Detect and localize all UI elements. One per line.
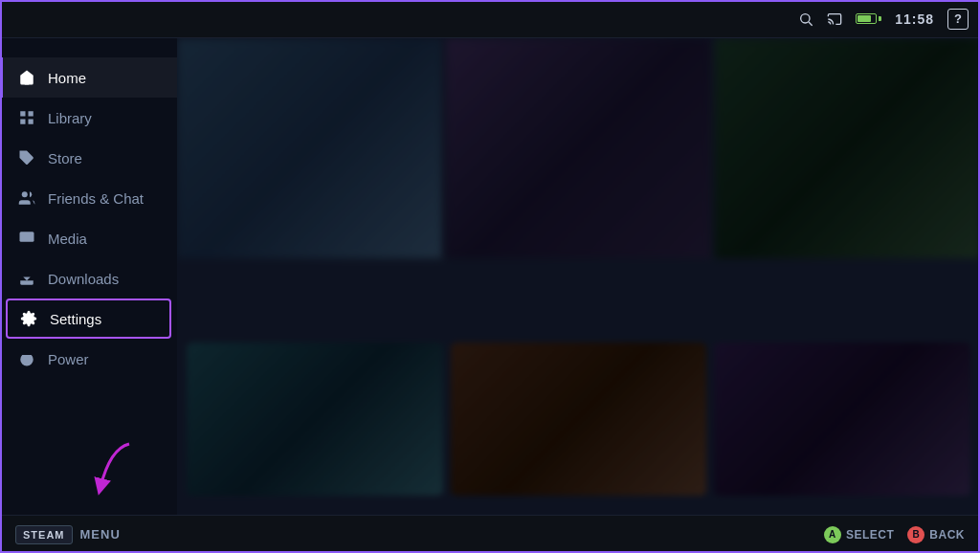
settings-icon (19, 309, 38, 328)
sidebar-item-store[interactable]: Store (0, 138, 177, 178)
svg-point-0 (801, 13, 810, 22)
sidebar-label-settings: Settings (50, 311, 101, 327)
sidebar-label-library: Library (48, 110, 92, 126)
thumbnails-bottom (187, 343, 970, 496)
sidebar-item-media[interactable]: Media (0, 218, 177, 258)
search-icon[interactable] (798, 11, 813, 27)
thumbnail-bottom-2 (451, 343, 707, 496)
cast-icon[interactable] (827, 11, 842, 27)
library-icon (17, 108, 36, 127)
sidebar: Home Library Store Friends & Chat (0, 38, 177, 515)
sidebar-item-friends[interactable]: Friends & Chat (0, 178, 177, 218)
battery-icon (856, 13, 881, 24)
arrow-pointer (91, 439, 139, 500)
svg-rect-5 (20, 120, 25, 124)
thumbnail-2 (446, 38, 711, 258)
steam-badge: STEAM (15, 525, 73, 544)
sidebar-label-media: Media (48, 231, 87, 247)
back-label: BACK (929, 528, 965, 542)
select-button[interactable]: A SELECT (824, 526, 894, 543)
thumbnail-1 (177, 38, 442, 258)
svg-line-1 (809, 22, 813, 26)
a-button-circle: A (824, 526, 841, 543)
menu-label: MENU (80, 527, 121, 542)
svg-rect-6 (29, 120, 33, 124)
time-display: 11:58 (895, 11, 934, 27)
bottom-right: A SELECT B BACK (824, 526, 965, 543)
b-button-circle: B (907, 526, 924, 543)
svg-rect-3 (20, 111, 25, 116)
media-icon (17, 229, 36, 248)
sidebar-label-downloads: Downloads (48, 271, 119, 287)
content-area (177, 38, 980, 515)
svg-point-8 (22, 191, 28, 197)
thumbnail-bottom-3 (714, 343, 970, 496)
sidebar-label-home: Home (48, 70, 86, 86)
sidebar-item-library[interactable]: Library (0, 98, 177, 138)
thumbnails-top (177, 38, 980, 258)
top-bar: 11:58 ? (0, 0, 980, 38)
main-content: Home Library Store Friends & Chat (0, 38, 980, 515)
bottom-bar: STEAM MENU A SELECT B BACK (0, 515, 980, 553)
home-icon (17, 68, 36, 87)
downloads-icon (17, 269, 36, 288)
thumbnail-3 (715, 38, 980, 258)
svg-rect-9 (20, 232, 34, 242)
sidebar-item-settings[interactable]: Settings (6, 299, 171, 339)
sidebar-item-home[interactable]: Home (0, 57, 177, 98)
power-icon (17, 349, 36, 368)
back-button[interactable]: B BACK (907, 526, 965, 543)
help-button[interactable]: ? (947, 9, 969, 30)
friends-icon (17, 188, 36, 208)
thumbnail-bottom-1 (187, 343, 443, 496)
store-icon (17, 148, 36, 167)
sidebar-item-power[interactable]: Power (0, 339, 177, 379)
sidebar-item-downloads[interactable]: Downloads (0, 258, 177, 299)
bottom-left: STEAM MENU (15, 525, 121, 544)
sidebar-label-power: Power (48, 351, 89, 367)
sidebar-label-store: Store (48, 150, 82, 166)
svg-rect-4 (29, 111, 33, 116)
sidebar-label-friends: Friends & Chat (48, 190, 144, 207)
select-label: SELECT (846, 528, 894, 542)
